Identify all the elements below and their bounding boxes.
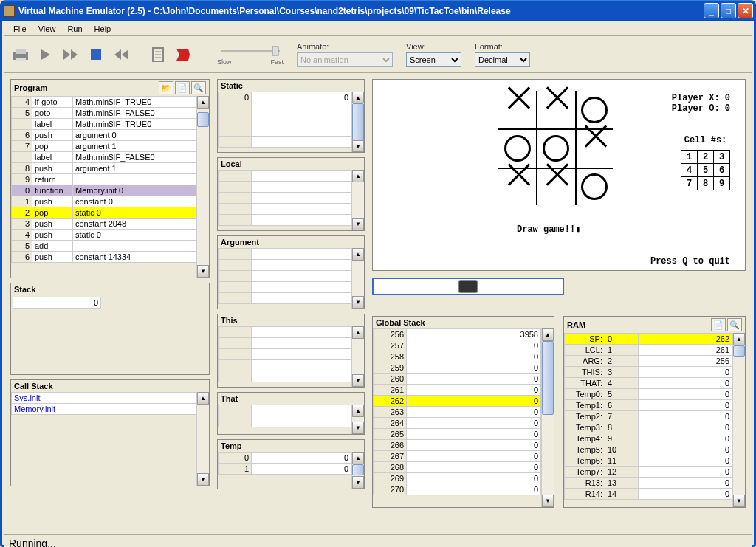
view-select[interactable]: Screen	[406, 52, 461, 67]
local-panel: Local ▲▼	[217, 157, 365, 231]
open-folder-button[interactable]: 📂	[159, 81, 173, 94]
scrollbar[interactable]: ▲▼	[196, 96, 209, 278]
window-title: Virtual Machine Emulator (2.5) - C:\John…	[18, 6, 704, 16]
keyboard-icon	[459, 281, 477, 292]
new-file-button[interactable]: 📄	[175, 81, 190, 94]
status-bar: Running...	[4, 534, 752, 547]
screen-display: Player X: 0 Player O: 0 Cell #s: 1234567…	[372, 79, 746, 271]
title-bar: Virtual Machine Emulator (2.5) - C:\John…	[0, 0, 756, 21]
stack-table: 0	[13, 297, 101, 309]
menu-run[interactable]: Run	[61, 23, 88, 35]
step-button[interactable]	[35, 44, 56, 65]
status-text: Running...	[9, 537, 56, 548]
ram-search-button[interactable]: 🔍	[727, 318, 742, 331]
close-button[interactable]: ✕	[738, 3, 753, 18]
script-button[interactable]	[148, 44, 168, 65]
keyboard-input[interactable]	[372, 278, 564, 295]
svg-rect-9	[272, 47, 278, 55]
callstack-label: Call Stack	[14, 382, 53, 391]
speed-slider[interactable]: SlowFast	[217, 44, 284, 66]
that-panel: That ▲▼	[217, 392, 365, 435]
program-label: Program	[14, 83, 47, 92]
scrollbar[interactable]: ▲▼	[196, 392, 209, 486]
argument-panel: Argument ▲▼	[217, 235, 365, 309]
app-icon	[3, 5, 15, 17]
this-panel: This ▲▼	[217, 314, 365, 388]
static-panel: Static 00 ▲▼	[217, 79, 365, 153]
temp-panel: Temp 0010▲▼	[217, 439, 365, 489]
program-table: 4if-gotoMath.min$IF_TRUE05gotoMath.min$I…	[11, 96, 196, 263]
globalstack-panel: Global Stack 256395825702580259026002610…	[372, 316, 554, 508]
program-panel: Program 📂 📄 🔍 4if-gotoMath.min$IF_TRUE05…	[10, 79, 210, 278]
maximize-button[interactable]: □	[721, 3, 736, 18]
format-label: Format:	[475, 42, 530, 51]
format-select[interactable]: Decimal	[475, 52, 530, 67]
rewind-button[interactable]	[111, 44, 131, 65]
animate-select[interactable]: No animation	[297, 52, 393, 67]
animate-label: Animate:	[297, 42, 393, 51]
svg-rect-3	[91, 49, 101, 60]
view-label: View:	[406, 42, 461, 51]
toolbar: SlowFast Animate: No animation View: Scr…	[4, 36, 752, 73]
fast-forward-button[interactable]	[61, 44, 81, 65]
breakpoint-button[interactable]	[173, 44, 193, 65]
stack-label: Stack	[14, 285, 35, 294]
stack-panel: Stack 0	[10, 283, 210, 375]
menu-help[interactable]: Help	[89, 23, 117, 35]
menu-file[interactable]: File	[7, 23, 32, 35]
minimize-button[interactable]: _	[704, 3, 719, 18]
callstack-table: Sys.initMemory.init	[11, 392, 196, 415]
callstack-panel: Call Stack Sys.initMemory.init ▲▼	[10, 379, 210, 486]
menu-view[interactable]: View	[32, 23, 62, 35]
menu-bar: File View Run Help	[4, 21, 752, 36]
ram-panel: RAM 📄 🔍 SP:0262LCL:1261ARG:2256THIS:30TH…	[563, 316, 746, 508]
ram-new-button[interactable]: 📄	[711, 318, 726, 331]
stop-button[interactable]	[86, 44, 106, 65]
print-button[interactable]	[10, 44, 31, 65]
search-button[interactable]: 🔍	[191, 81, 206, 94]
svg-rect-2	[16, 58, 26, 61]
svg-rect-1	[16, 49, 26, 54]
